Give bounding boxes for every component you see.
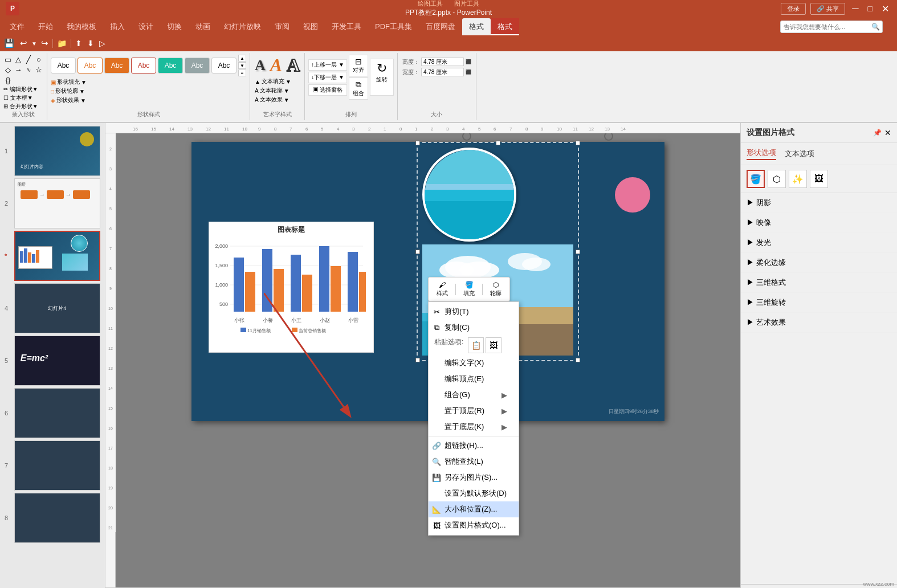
slide-thumb-5[interactable]: E=mc²: [14, 336, 100, 386]
redo-btn[interactable]: ↪: [40, 37, 50, 50]
undo-btn[interactable]: ↩: [19, 37, 28, 50]
panel-icon-image[interactable]: 🖼: [810, 170, 828, 188]
qa-btn5[interactable]: ⬆: [74, 38, 83, 49]
shape-triangle[interactable]: △: [14, 55, 23, 64]
panel-tab-shape[interactable]: 形状选项: [747, 148, 776, 160]
maximize-btn[interactable]: □: [866, 4, 875, 13]
ctx-send-bottom[interactable]: 置于底层(K) ▶: [429, 419, 519, 435]
align-btn[interactable]: ⊟对齐: [349, 55, 368, 76]
edit-shape-btn[interactable]: ✏ 编辑形状▼: [3, 85, 43, 93]
minimize-btn[interactable]: ─: [850, 3, 861, 14]
undo-arrow[interactable]: ▼: [31, 40, 37, 47]
ctx-set-default[interactable]: 设置为默认形状(D): [429, 485, 519, 501]
ctx-hyperlink[interactable]: 🔗超链接(H)...: [429, 436, 519, 454]
slide-background[interactable]: 图表标题 2,000 1,500 1,000 500: [116, 133, 740, 587]
panel-section-glow[interactable]: ▶ 发光: [741, 233, 897, 253]
save-btn[interactable]: 💾: [3, 37, 16, 50]
slide-thumb-6[interactable]: [14, 388, 100, 438]
shape-style-2[interactable]: Abc: [78, 58, 103, 74]
qa-btn4[interactable]: 📁: [56, 38, 68, 49]
ctx-save-as-image[interactable]: 💾另存为图片(S)...: [429, 469, 519, 485]
slide-thumb-8[interactable]: [14, 493, 100, 543]
shape-style-6[interactable]: Abc: [185, 58, 210, 74]
panel-close-btn[interactable]: ✕: [884, 128, 891, 137]
ctx-cut[interactable]: ✂剪切(T): [429, 304, 519, 320]
shape-diamond[interactable]: ◇: [3, 65, 13, 74]
shape-style-4[interactable]: Abc: [131, 58, 156, 74]
circle-image[interactable]: [422, 148, 516, 242]
shape-star[interactable]: ☆: [34, 65, 43, 74]
tab-design[interactable]: 设计: [132, 18, 160, 35]
tab-file[interactable]: 文件: [3, 18, 31, 35]
panel-section-soften[interactable]: ▶ 柔化边缘: [741, 253, 897, 273]
ctx-bring-top[interactable]: 置于顶层(R) ▶: [429, 403, 519, 419]
tab-animation[interactable]: 动画: [189, 18, 217, 35]
shape-fill-btn[interactable]: ▣ 形状填充 ▼: [51, 78, 246, 86]
ctx-size-position[interactable]: 📐大小和位置(Z)...: [429, 501, 519, 517]
panel-icon-effects[interactable]: ✨: [789, 170, 807, 188]
shape-line[interactable]: ╱: [24, 55, 33, 64]
text-fill-btn[interactable]: ▲ 文本填充 ▼: [255, 77, 300, 85]
qa-btn6[interactable]: ⬇: [86, 38, 95, 49]
tab-baidu[interactable]: 百度网盘: [419, 18, 462, 35]
mini-style-btn[interactable]: 🖌 样式: [432, 279, 452, 299]
ctx-smart-search[interactable]: 🔍智能查找(L): [429, 454, 519, 469]
ctx-paste-icon-2[interactable]: 🖼: [486, 337, 501, 353]
slide-item-1[interactable]: 1 幻灯片内容: [5, 126, 100, 176]
ctx-edit-points[interactable]: 编辑顶点(E): [429, 371, 519, 387]
slide-thumb-3-active[interactable]: [14, 231, 100, 281]
slide-thumb-4[interactable]: 幻灯片4: [14, 283, 100, 333]
shape-effect-btn[interactable]: ◈ 形状效果 ▼: [51, 96, 246, 104]
slide-item-2[interactable]: 2 图层 → →: [5, 178, 100, 228]
group-btn[interactable]: ⧉组合: [349, 77, 368, 100]
slide-thumb-2[interactable]: 图层 → →: [14, 178, 100, 228]
panel-section-3d-format[interactable]: ▶ 三维格式: [741, 273, 897, 293]
rotate-handle-rect[interactable]: [604, 133, 613, 141]
shape-more[interactable]: ∿: [24, 65, 33, 74]
shape-bracket[interactable]: {}: [3, 75, 13, 84]
rotate-btn[interactable]: ↻旋转: [370, 59, 394, 96]
slide-item-6[interactable]: 6: [5, 388, 100, 438]
pink-circle[interactable]: [615, 177, 650, 213]
selection-pane-btn[interactable]: ▣ 选择窗格: [308, 84, 347, 96]
close-btn[interactable]: ✕: [879, 3, 891, 14]
style-scroll-more[interactable]: ≡: [238, 70, 246, 76]
height-expand-btn[interactable]: ⬛: [466, 59, 471, 64]
slide-item-4[interactable]: 4 幻灯片4: [5, 283, 100, 333]
login-btn[interactable]: 登录: [781, 3, 806, 15]
tab-review[interactable]: 审阅: [268, 18, 296, 35]
tab-developer[interactable]: 开发工具: [325, 18, 368, 35]
text-outline-btn[interactable]: A 文本轮廓 ▼: [255, 87, 300, 95]
ribbon-search-input[interactable]: [780, 21, 883, 33]
style-scroll-down[interactable]: ▼: [238, 62, 246, 69]
ctx-group[interactable]: 组合(G) ▶: [429, 387, 519, 403]
ctx-format-picture[interactable]: 🖼设置图片格式(O)...: [429, 517, 519, 533]
panel-section-reflection[interactable]: ▶ 映像: [741, 213, 897, 233]
slide-item-5[interactable]: 5 E=mc²: [5, 336, 100, 386]
ctx-edit-text[interactable]: 编辑文字(X): [429, 355, 519, 371]
ctx-paste-icon-1[interactable]: 📋: [468, 337, 484, 353]
tab-template[interactable]: 我的模板: [60, 18, 103, 35]
height-input[interactable]: [421, 58, 464, 66]
slide-thumb-1[interactable]: 幻灯片内容: [14, 126, 100, 176]
mini-outline-btn[interactable]: ⬡ 轮廓: [486, 279, 506, 299]
width-expand-btn[interactable]: ⬛: [466, 70, 471, 75]
qa-btn7[interactable]: ▷: [98, 38, 107, 49]
shape-style-3[interactable]: Abc: [104, 58, 129, 74]
slide-item-3[interactable]: *: [5, 231, 100, 281]
shape-style-7[interactable]: Abc: [211, 58, 237, 74]
shape-rect[interactable]: ▭: [3, 55, 13, 64]
share-btn[interactable]: 🔗 共享: [810, 3, 845, 15]
panel-section-3d-rotate[interactable]: ▶ 三维旋转: [741, 293, 897, 313]
style-scroll-up[interactable]: ▲: [238, 55, 246, 62]
shape-outline-btn[interactable]: □ 形状轮廓 ▼: [51, 87, 246, 95]
slide-item-8[interactable]: 8: [5, 493, 100, 543]
merge-shape-btn[interactable]: ⊞ 合并形状▼: [3, 103, 43, 111]
tab-pdf[interactable]: PDF工具集: [368, 18, 419, 35]
send-backward-btn[interactable]: ↓下移一层 ▼: [308, 72, 347, 83]
shape-arrow[interactable]: →: [14, 65, 23, 74]
slide-item-7[interactable]: 7: [5, 440, 100, 491]
window-controls-area[interactable]: 登录 🔗 共享 ─ □ ✕: [781, 3, 891, 15]
shape-style-1[interactable]: Abc: [51, 58, 76, 74]
tab-view[interactable]: 视图: [296, 18, 325, 35]
